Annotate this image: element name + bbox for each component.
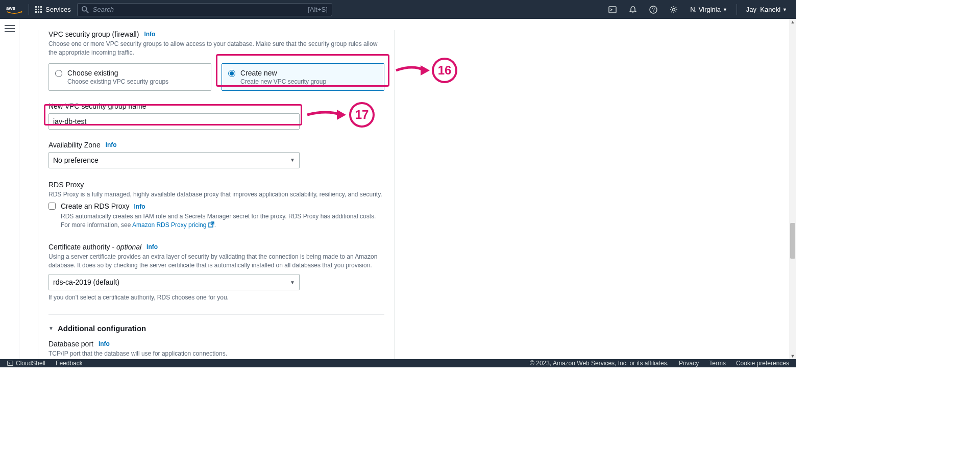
footer-cloudshell[interactable]: CloudShell — [7, 360, 45, 367]
top-nav: aws Services Search [Alt+S] ? N. Virgini… — [0, 0, 796, 19]
footer-cloudshell-label: CloudShell — [16, 360, 45, 367]
svg-text:aws: aws — [6, 5, 15, 11]
region-selector[interactable]: N. Virginia ▼ — [687, 6, 730, 13]
radio-icon — [228, 70, 235, 77]
sg-radio-group: Choose existing Choose existing VPC secu… — [48, 63, 384, 91]
search-input[interactable]: Search [Alt+S] — [77, 3, 332, 16]
footer-privacy[interactable]: Privacy — [679, 360, 699, 367]
external-link-icon — [208, 221, 214, 230]
search-icon — [82, 6, 89, 13]
new-sg-name-label: New VPC security group name — [48, 102, 146, 110]
ca-select[interactable]: rds-ca-2019 (default) ▼ — [48, 274, 300, 290]
footer-feedback[interactable]: Feedback — [56, 360, 83, 367]
nav-divider — [29, 4, 29, 15]
info-link[interactable]: Info — [146, 243, 158, 250]
radio-create-desc: Create new VPC security group — [240, 78, 326, 85]
ca-note: If you don't select a certificate author… — [48, 293, 384, 302]
new-sg-name-input[interactable] — [48, 113, 300, 130]
scrollbar-thumb[interactable] — [790, 223, 795, 259]
db-port-desc: TCP/IP port that the database will use f… — [48, 349, 384, 358]
svg-rect-6 — [40, 9, 42, 10]
help-icon-button[interactable]: ? — [646, 3, 660, 17]
user-label: Jay_Kaneki — [746, 6, 780, 13]
proxy-heading: RDS Proxy — [48, 181, 384, 189]
footer-cookie-prefs[interactable]: Cookie preferences — [736, 360, 789, 367]
svg-rect-8 — [38, 11, 39, 13]
svg-line-11 — [86, 10, 88, 12]
notifications-icon-button[interactable] — [626, 3, 640, 17]
radio-icon — [55, 70, 62, 77]
additional-config-label: Additional configuration — [58, 324, 146, 333]
svg-rect-9 — [40, 11, 42, 13]
services-label: Services — [45, 6, 71, 13]
svg-point-10 — [82, 6, 87, 11]
az-select[interactable]: No preference ▼ — [48, 152, 300, 168]
region-label: N. Virginia — [690, 6, 721, 13]
radio-create-title: Create new — [240, 69, 326, 77]
footer: CloudShell Feedback © 2023, Amazon Web S… — [0, 359, 796, 367]
grid-icon — [35, 6, 42, 13]
az-label: Availability Zone — [48, 141, 101, 149]
scrollbar[interactable]: ▲ ▼ — [789, 19, 796, 359]
svg-rect-5 — [38, 9, 39, 10]
sg-description: Choose one or more VPC security groups t… — [48, 40, 384, 57]
info-link[interactable]: Info — [99, 340, 110, 347]
chevron-down-icon: ▼ — [290, 280, 295, 285]
rds-proxy-pricing-link[interactable]: Amazon RDS Proxy pricing — [132, 221, 206, 229]
nav-divider — [737, 4, 737, 15]
svg-rect-4 — [35, 9, 37, 10]
search-placeholder: Search — [93, 6, 304, 13]
proxy-check-label: Create an RDS Proxy — [61, 202, 130, 210]
ca-label-optional: optional — [116, 243, 141, 251]
ca-select-value: rds-ca-2019 (default) — [53, 278, 119, 286]
scroll-down-icon: ▼ — [789, 354, 796, 359]
svg-text:?: ? — [652, 7, 655, 13]
proxy-check-desc: RDS automatically creates an IAM role an… — [61, 212, 384, 230]
period: . — [214, 221, 216, 229]
svg-rect-1 — [35, 6, 37, 8]
info-link[interactable]: Info — [106, 141, 117, 148]
chevron-down-icon: ▼ — [290, 157, 295, 163]
radio-choose-existing[interactable]: Choose existing Choose existing VPC secu… — [48, 63, 211, 91]
user-menu[interactable]: Jay_Kaneki ▼ — [743, 6, 790, 13]
db-port-label: Database port — [48, 340, 93, 348]
footer-copyright: © 2023, Amazon Web Services, Inc. or its… — [530, 360, 669, 367]
hamburger-menu-button[interactable] — [5, 25, 15, 32]
create-rds-proxy-checkbox[interactable] — [48, 203, 56, 210]
az-select-value: No preference — [53, 156, 99, 164]
ca-desc: Using a server certificate provides an e… — [48, 253, 384, 270]
svg-rect-3 — [40, 6, 42, 8]
aws-logo[interactable]: aws — [6, 5, 22, 15]
scroll-up-icon: ▲ — [789, 19, 796, 24]
cloudshell-icon-button[interactable] — [605, 3, 620, 17]
info-link[interactable]: Info — [134, 203, 145, 210]
additional-config-expander[interactable]: ▼ Additional configuration — [48, 314, 384, 333]
footer-terms[interactable]: Terms — [709, 360, 726, 367]
svg-point-13 — [632, 12, 633, 13]
radio-existing-desc: Choose existing VPC security groups — [67, 78, 168, 85]
services-menu[interactable]: Services — [35, 6, 71, 13]
svg-rect-7 — [35, 11, 37, 13]
main-content: VPC security group (firewall) Info Choos… — [19, 19, 796, 359]
proxy-desc: RDS Proxy is a fully managed, highly ava… — [48, 190, 384, 199]
svg-point-16 — [673, 8, 675, 11]
radio-create-new[interactable]: Create new Create new VPC security group — [222, 63, 384, 91]
svg-rect-2 — [38, 6, 39, 8]
info-link[interactable]: Info — [144, 31, 155, 38]
search-shortcut: [Alt+S] — [308, 6, 328, 13]
radio-existing-title: Choose existing — [67, 69, 168, 77]
ca-label: Certificate authority - optional — [48, 243, 141, 251]
sg-label: VPC security group (firewall) — [48, 30, 139, 38]
side-rail — [0, 19, 19, 359]
cloudshell-icon — [7, 360, 13, 366]
connectivity-panel: VPC security group (firewall) Info Choos… — [38, 30, 395, 359]
caret-down-icon: ▼ — [723, 7, 727, 12]
ca-label-text: Certificate authority - — [48, 243, 116, 251]
settings-icon-button[interactable] — [667, 3, 681, 17]
proxy-check-desc-text: RDS automatically creates an IAM role an… — [61, 213, 376, 229]
caret-down-icon: ▼ — [782, 7, 787, 12]
triangle-down-icon: ▼ — [48, 325, 54, 331]
